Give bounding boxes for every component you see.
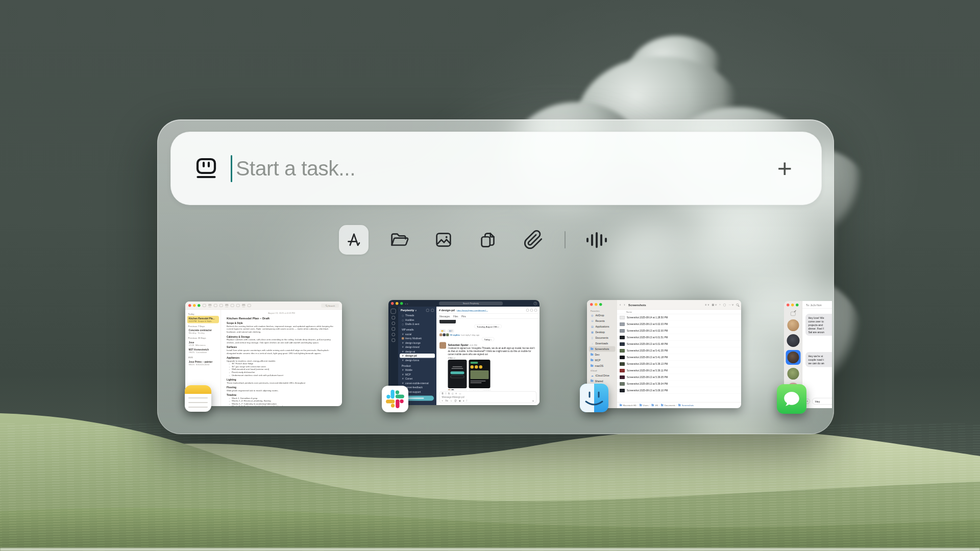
avatar [439,342,446,349]
slack-main: # design-pd https://www.figma.com/design… [436,307,540,405]
paperclip-icon [523,230,544,250]
workspace-switcher: Perplexity∨ [398,308,436,314]
tool-images-button[interactable] [429,225,458,255]
note-block: Timeline [227,394,336,397]
window-controls [590,303,602,306]
file-thumbnail [620,356,625,359]
file-thumbnail [620,316,625,319]
folder-icon [652,405,654,407]
slack-search-bar: Search Perplexity [439,302,503,306]
finder-sidebar-item: Desktop [587,330,617,335]
finder-app-icon[interactable] [580,384,608,412]
file-row: Screenshot 2025-08-13 at 6.01.51 PM [617,334,741,341]
slack-sidebar-row: MCP [398,372,436,377]
tool-files-button[interactable] [384,225,413,255]
message-composer: BIS⟨⟩≡≔ Message #design-pd +Aa☺@▣●/▶ [439,391,536,403]
message-text: I noticed in signed out / incognito Thre… [448,347,537,356]
notes-sidebar-row: Previous 30 Days [187,335,219,340]
channel-tab: Messages [439,315,450,317]
slack-sidebar-row: VIP emails [398,328,436,332]
avatar [787,334,800,347]
file-thumbnail [620,342,625,346]
finder-sidebar-item: Applications [587,324,617,330]
finder-sidebar-item: Documents [587,335,617,341]
file-thumbnail [620,362,625,366]
finder-face-icon [580,384,608,412]
task-input-placeholder: Start a task... [236,157,355,181]
finder-sidebar-item: iCloud Drive [587,372,617,378]
screenshot-attachments [448,360,537,388]
note-block: Refresh the existing kitchen with modern… [227,325,336,334]
finder-sidebar-item: Shared [587,378,617,384]
notes-app-icon[interactable] [185,385,211,412]
task-input[interactable]: Start a task... + [170,132,822,205]
folder-icon [620,405,622,407]
tool-attachments-button[interactable] [519,225,548,255]
tool-clipboard-button[interactable] [474,225,503,255]
notes-sidebar-row: Concrete contractor MondayTesting [187,328,219,336]
received-message: Hey we're stcouple road twe can do an [805,352,832,367]
tool-voice-button[interactable] [582,225,611,255]
finder-window-thumbnail[interactable]: Favorites AirDrop Recents Applications [587,300,741,408]
note-block: Lighting [227,378,336,381]
finder-sidebar-item: Screenshots [589,346,616,352]
slack-sidebar-row: Comet [398,377,436,381]
message-feed: Hey love! Wecome over toprojects anddinn… [802,309,832,398]
finder-main: ‹ › Screenshots ≡ ∨▦ ∨↑◯⋯ ∨ Name Screens… [617,300,741,408]
file-row: Screenshot 2025-08-13 at 5.39.04 PM [617,381,741,387]
file-row: Screenshot 2025-08-13 at 6.01.48 PM [617,341,741,347]
slack-feed: Tuesday, August 19th 12 10 replies Last … [436,319,540,390]
file-thumbnail [620,329,625,333]
messages-app-icon[interactable] [777,384,806,414]
folder-icon [661,405,664,407]
finder-title: Screenshots [628,303,646,306]
slack-app-icon[interactable] [382,386,408,412]
sidebar-section-label: iCloud [587,369,617,373]
slack-sidebar-row: comet-mobile-internal [398,381,436,386]
folder-icon [388,229,409,251]
add-task-button[interactable]: + [777,156,792,181]
copy-icon [478,229,499,251]
waveform-icon [586,232,607,248]
note-block: Three matte-black pendants over peninsul… [227,381,336,384]
file-thumbnail [620,349,625,353]
folder-icon [640,405,642,407]
slack-sidebar-row: Huddles [398,318,436,322]
finder-sidebar-item: Recents [587,318,617,324]
slack-sidebar-row: design-pd [400,354,435,358]
notes-sidebar-row: Jose 07/28Milestones [187,340,219,347]
slack-sidebar-row: Henry Modisett [398,336,436,341]
thread-replies: 12 replies Last reply today at 7:58 AM [448,389,537,390]
path-item: JiN › [652,404,660,407]
window-controls [787,304,799,307]
note-title: Kitchen Remodel Plan – Draft [227,316,336,320]
note-date: August 19, 2025 at 4:03 PM [227,312,336,314]
desktop: Start a task... + [0,0,980,551]
file-thumbnail [620,375,625,379]
file-row: Screenshot 2025-08-13 at 5.09.10 PM [617,387,741,394]
compose-icon [791,312,796,316]
slack-window-thumbnail[interactable]: ‹ › Search Perplexity ? Perplexity∨ [388,300,540,405]
horizon-highlight [0,548,980,551]
file-row: Screenshot 2025-08-13 at 5.39.13 PM [617,361,741,367]
notes-sidebar-row: Kitchen Remodel Pla... 4:03 PMScope & St… [187,316,219,323]
message-author: Sebastian Speier [448,343,469,346]
file-row: Screenshot 2025-08-13 at 5.41.18 PM [617,354,741,361]
file-row: Screenshot 2025-08-13 at 6.02.03 PM [617,321,741,328]
avatar [788,319,799,331]
channel-tab: Files [453,315,458,317]
slack-sidebar-row: Threads [398,313,436,318]
notes-search-field: Search [321,304,339,308]
path-item: Users › [640,404,650,407]
slack-sidebar-row: social [398,332,436,337]
finder-sidebar-item: macOS [587,363,617,369]
file-thumbnail [620,322,625,326]
finder-sidebar-item: Downloads [587,341,617,346]
file-thumbnail [620,382,625,386]
finder-sidebar-item: AirDrop [587,313,617,318]
notes-sidebar-row: Jose Primo – painter 8/8/25818-823-8434 [187,359,219,367]
agent-computer-icon [194,157,218,180]
toolbar-divider [565,231,566,248]
notes-sidebar-row: Today [187,311,219,316]
tool-apps-button[interactable] [339,225,369,255]
